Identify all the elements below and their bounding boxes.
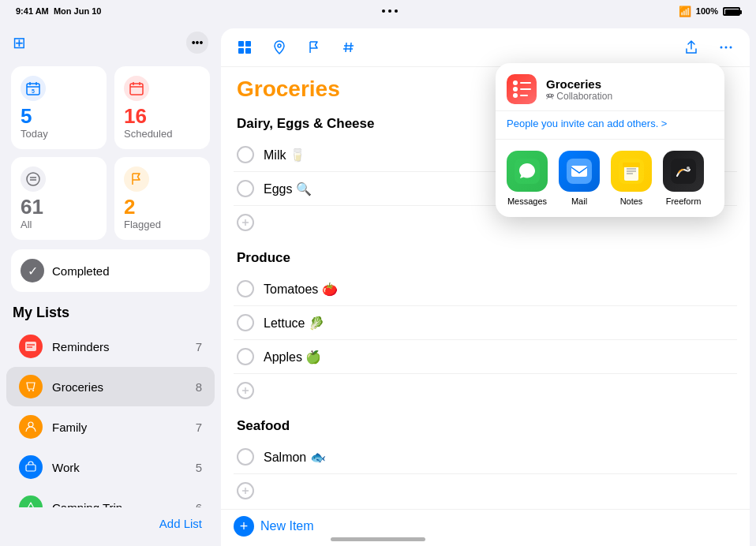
groceries-icon: [19, 375, 43, 398]
new-item-plus-button[interactable]: +: [234, 516, 254, 537]
home-indicator: [331, 537, 425, 541]
lettuce-text: Lettuce 🥬: [264, 316, 734, 331]
svg-point-53: [687, 166, 690, 170]
share-app-notes[interactable]: Notes: [611, 151, 652, 206]
list-item-camping[interactable]: Camping Trip 6: [6, 488, 215, 507]
smart-list-all[interactable]: 61 All: [11, 157, 107, 240]
svg-point-32: [725, 47, 728, 49]
flag-icon[interactable]: [303, 36, 325, 58]
hashtag-icon[interactable]: [338, 36, 360, 58]
work-count: 5: [196, 461, 202, 474]
camping-name: Camping Trip: [52, 501, 186, 508]
svg-rect-18: [26, 465, 36, 471]
share-popup-subtitle: Collaboration: [546, 91, 612, 102]
freeform-app-name: Freeform: [666, 196, 702, 206]
battery-label: 100%: [696, 6, 718, 16]
mail-app-name: Mail: [571, 196, 587, 206]
apples-checkbox[interactable]: [237, 348, 254, 365]
sidebar: ⊞ ••• 5 5 Today: [0, 22, 221, 546]
svg-rect-22: [238, 41, 244, 47]
svg-point-26: [278, 44, 281, 47]
more-icon[interactable]: [715, 36, 737, 58]
list-item-reminders[interactable]: Reminders 7: [6, 327, 215, 366]
svg-rect-51: [623, 163, 640, 167]
lettuce-checkbox[interactable]: [237, 314, 254, 331]
svg-point-17: [28, 422, 33, 427]
today-label: Today: [21, 128, 97, 140]
share-apps: Messages Mail: [496, 140, 724, 217]
share-popup-header: Groceries Collaboration: [496, 63, 724, 111]
reminder-tomatoes: Tomatoes 🍅: [234, 272, 737, 306]
salmon-text: Salmon 🐟: [264, 450, 734, 465]
smart-list-today[interactable]: 5 5 Today: [11, 66, 107, 149]
mail-app-icon: [559, 151, 600, 192]
groceries-name: Groceries: [52, 380, 186, 394]
share-icon[interactable]: [680, 36, 702, 58]
battery-icon: [723, 7, 740, 16]
messages-app-name: Messages: [507, 196, 547, 206]
svg-point-16: [32, 390, 34, 391]
work-icon: [19, 455, 43, 479]
apples-text: Apples 🍏: [264, 350, 734, 365]
svg-rect-52: [671, 159, 696, 184]
completed-button[interactable]: ✓ Completed: [11, 249, 210, 292]
status-time: 9:41 AM Mon Jun 10: [16, 6, 101, 16]
smart-list-scheduled[interactable]: 16 Scheduled: [114, 66, 210, 149]
completed-label: Completed: [52, 264, 110, 278]
smart-list-flagged[interactable]: 2 Flagged: [114, 157, 210, 240]
milk-checkbox[interactable]: [237, 146, 254, 163]
produce-add-row: [234, 374, 737, 407]
seafood-add-circle: [237, 482, 254, 499]
scheduled-icon: [124, 76, 149, 101]
svg-point-9: [27, 173, 39, 185]
reminders-name: Reminders: [52, 340, 186, 353]
svg-point-15: [28, 390, 30, 391]
share-app-messages[interactable]: Messages: [507, 151, 548, 206]
location-icon[interactable]: [268, 36, 290, 58]
share-app-freeform[interactable]: Freeform: [663, 151, 704, 206]
svg-rect-23: [245, 41, 251, 47]
seafood-add-row: [234, 474, 737, 507]
section-seafood: Seafood: [234, 407, 737, 440]
card-view-icon[interactable]: [234, 36, 256, 58]
camping-icon: [19, 496, 43, 507]
share-app-mail[interactable]: Mail: [559, 151, 600, 206]
svg-rect-24: [238, 48, 244, 54]
status-center: [382, 9, 398, 13]
svg-rect-5: [130, 84, 143, 95]
scheduled-count: 16: [124, 106, 200, 126]
flagged-label: Flagged: [124, 219, 200, 230]
produce-add-circle: [237, 382, 254, 399]
share-popup-invite[interactable]: People you invite can add others. >: [496, 111, 724, 140]
reminders-icon: [19, 335, 43, 358]
list-item-work[interactable]: Work 5: [6, 447, 215, 487]
list-item-groceries[interactable]: Groceries 8: [6, 367, 215, 406]
svg-text:5: 5: [32, 88, 35, 94]
list-item-family[interactable]: Family 7: [6, 407, 215, 447]
share-popup-list-icon: [507, 74, 537, 104]
completed-icon: ✓: [21, 259, 44, 282]
tomatoes-checkbox[interactable]: [237, 280, 254, 297]
svg-point-42: [552, 95, 554, 97]
add-list-button[interactable]: Add List: [0, 507, 215, 540]
family-icon: [19, 415, 43, 439]
family-name: Family: [52, 421, 186, 434]
section-produce: Produce: [234, 239, 737, 272]
content-toolbar: [221, 28, 750, 67]
eggs-checkbox[interactable]: [237, 180, 254, 197]
share-popup: Groceries Collaboration People you invit…: [496, 63, 724, 217]
sidebar-toggle-icon[interactable]: ⊞: [13, 33, 26, 52]
svg-point-41: [547, 95, 549, 97]
new-item-label[interactable]: New Item: [260, 519, 314, 533]
sidebar-more-icon[interactable]: •••: [186, 32, 208, 54]
svg-rect-25: [245, 48, 251, 54]
freeform-app-icon: [663, 151, 704, 192]
svg-line-27: [346, 43, 346, 52]
svg-point-31: [720, 47, 723, 49]
salmon-checkbox[interactable]: [237, 448, 254, 466]
reminder-lettuce: Lettuce 🥬: [234, 306, 737, 340]
dairy-add-circle: [237, 214, 254, 231]
sidebar-top-bar: ⊞ •••: [0, 28, 221, 60]
status-bar: 9:41 AM Mon Jun 10 📶 100%: [0, 0, 756, 22]
scheduled-label: Scheduled: [124, 128, 200, 140]
